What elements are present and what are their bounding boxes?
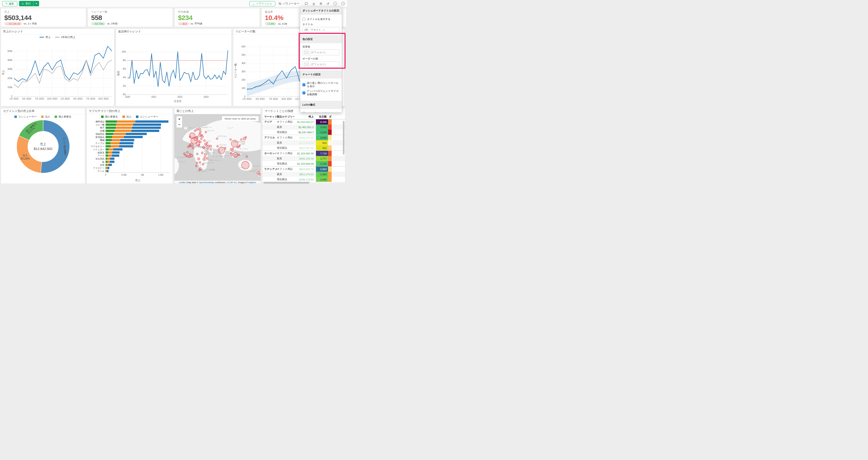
table-row[interactable]: 家具$890,106.561,777 bbox=[262, 156, 345, 161]
sales-trend-chart[interactable]: 0100k200k300k400k500k1月 20224月 20227月 20… bbox=[1, 39, 114, 106]
table-row[interactable]: アフリカオフィス用品$266,755.533,045 bbox=[262, 135, 345, 140]
map-bubble[interactable] bbox=[204, 153, 207, 155]
legend-item[interactable]: 1年前の売上 bbox=[55, 35, 75, 39]
map-bubble[interactable] bbox=[199, 131, 201, 132]
title-input[interactable] bbox=[303, 27, 340, 32]
info-icon[interactable]: i bbox=[334, 2, 337, 5]
return-trend-chart[interactable]: 0%2%4%6%8%10%2020202120222023返品注文日 bbox=[116, 35, 232, 106]
map-bubble[interactable] bbox=[209, 145, 212, 147]
osm-link[interactable]: OpenStreetMap bbox=[199, 181, 214, 184]
table-row[interactable]: 家具$811,970.622,382 bbox=[262, 172, 345, 177]
legend-item[interactable]: 個人事業主 bbox=[55, 115, 71, 118]
bg-color-input[interactable]: (デフォルト) bbox=[303, 50, 340, 55]
map-bubble[interactable] bbox=[202, 136, 204, 137]
map-bubble[interactable] bbox=[189, 153, 191, 155]
ccbysa-link[interactable]: CC-BY-SA bbox=[227, 181, 237, 184]
font-autosize-checkbox[interactable]: ✓ bbox=[303, 91, 305, 94]
map-bubble[interactable] bbox=[208, 145, 209, 147]
table-row[interactable]: 家具$1,461,551.32,923 bbox=[262, 124, 345, 130]
download-icon[interactable] bbox=[312, 2, 315, 5]
map-bubble[interactable] bbox=[186, 151, 188, 153]
map-bubble[interactable] bbox=[206, 145, 207, 146]
map-bubble[interactable] bbox=[196, 128, 198, 130]
map-bubble[interactable] bbox=[198, 144, 200, 147]
table-row[interactable]: 電化製品$322,367.04911 bbox=[262, 145, 345, 151]
mapbox-link[interactable]: Mapbox bbox=[249, 181, 256, 184]
run-dropdown-caret[interactable]: ▼ bbox=[33, 1, 39, 6]
segment-donut-chart[interactable]: コンシューマー51.48%法人30.25%個人事業主18.27%売上$12,64… bbox=[1, 119, 85, 184]
map-bubble[interactable] bbox=[195, 165, 197, 167]
map-bubble[interactable] bbox=[198, 169, 200, 171]
map-bubble[interactable] bbox=[197, 158, 200, 160]
table-row[interactable]: 家具$194,650.64631 bbox=[262, 140, 345, 145]
map-bubble[interactable] bbox=[257, 172, 259, 174]
map-bubble[interactable] bbox=[194, 130, 196, 132]
legend-item[interactable]: 売上 bbox=[39, 35, 51, 39]
font-autosize-checkbox-row[interactable]: ✓ ナンバーのフォントサイズ自動調整 bbox=[303, 89, 340, 96]
subcategory-bars-chart[interactable]: 00.5M1M1.5M携帯電話コピー機椅子本棚収納用品家電製品機械テーブルアクセ… bbox=[87, 119, 173, 184]
show-title-checkbox-row[interactable]: タイトルを表示する bbox=[303, 18, 340, 21]
map-bubble[interactable] bbox=[199, 132, 200, 134]
table-vertical-scrollbar[interactable] bbox=[343, 121, 344, 155]
map-bubble[interactable] bbox=[192, 147, 194, 149]
table-row[interactable]: 電化製品$788,713.822,050 bbox=[262, 177, 345, 182]
map-bubble[interactable] bbox=[205, 131, 207, 133]
map-bubble[interactable] bbox=[231, 153, 233, 155]
map-bubble[interactable] bbox=[238, 154, 240, 156]
border-color-input[interactable]: (デフォルト) bbox=[303, 61, 340, 67]
repeat-controls-checkbox-row[interactable]: ✓ 繰り返し用のコントロールを表示 bbox=[303, 81, 340, 88]
map-bubble[interactable] bbox=[216, 138, 218, 140]
table-horizontal-scrollbar[interactable] bbox=[264, 182, 309, 184]
kpi-card-repeaters[interactable]: リピーター数 558 ↑ 53.72%vs. 1年前 bbox=[88, 8, 173, 27]
map-bubble[interactable] bbox=[189, 145, 191, 147]
map-bubble[interactable] bbox=[242, 161, 249, 169]
world-map[interactable]: アイスランドノルウェースウェーデンフィンランドロシアモスクワカザフスタントルコモ… bbox=[174, 114, 261, 184]
kpi-card-sales[interactable]: 売上 $503,144 ↓ -52,135.33vs. 1ヶ月前 bbox=[1, 8, 86, 27]
map-bubble[interactable] bbox=[246, 156, 248, 157]
publish-button[interactable]: ↑ パブリッシュ bbox=[249, 1, 275, 6]
map-bubble[interactable] bbox=[189, 136, 191, 138]
map-bubble[interactable] bbox=[183, 153, 185, 155]
map-bubble[interactable] bbox=[231, 150, 233, 152]
map-bubble[interactable] bbox=[217, 145, 218, 147]
map-bubble[interactable] bbox=[207, 148, 209, 149]
map-bubble[interactable] bbox=[196, 136, 198, 139]
gear-icon[interactable]: ⚙ bbox=[319, 2, 322, 5]
legend-item[interactable]: 法人 bbox=[41, 115, 50, 118]
map-bubble[interactable] bbox=[241, 139, 242, 141]
map-bubble[interactable] bbox=[199, 161, 201, 163]
help-icon[interactable]: ? bbox=[341, 2, 345, 5]
parameters-button[interactable]: パラメーター bbox=[278, 2, 299, 6]
table-row[interactable]: ヨーロッパオフィス用品$1,163,660.587,718 bbox=[262, 151, 345, 156]
repeat-controls-checkbox[interactable]: ✓ bbox=[303, 83, 305, 86]
map-bubble[interactable] bbox=[201, 152, 203, 154]
col-sales[interactable]: 売上 bbox=[294, 114, 316, 119]
map-bubble[interactable] bbox=[200, 138, 202, 140]
map-bubble[interactable] bbox=[245, 136, 247, 138]
table-row[interactable]: アジアオフィス用品$1,043,652.278,345 bbox=[262, 119, 345, 124]
map-bubble[interactable] bbox=[231, 140, 238, 147]
map-canvas[interactable]: アイスランドノルウェースウェーデンフィンランドロシアモスクワカザフスタントルコモ… bbox=[174, 114, 261, 184]
map-bubble[interactable] bbox=[210, 149, 212, 150]
map-bubble[interactable] bbox=[196, 162, 198, 164]
legend-item[interactable]: 法人 bbox=[122, 115, 131, 118]
map-bubble[interactable] bbox=[187, 146, 189, 148]
map-bubble[interactable] bbox=[198, 140, 200, 142]
map-bubble[interactable] bbox=[259, 174, 261, 176]
map-bubble[interactable] bbox=[201, 134, 203, 135]
map-bubble[interactable] bbox=[239, 145, 241, 146]
map-bubble[interactable] bbox=[224, 147, 226, 149]
map-bubble[interactable] bbox=[196, 153, 198, 155]
map-bubble[interactable] bbox=[232, 148, 234, 149]
show-title-checkbox[interactable] bbox=[303, 18, 305, 21]
kpi-card-avg-price[interactable]: 平均単価 $234 ↓ -$13vs. 平均値 bbox=[174, 8, 260, 27]
table-row[interactable]: 電化製品$1,233,569.092,234 bbox=[262, 161, 345, 166]
legend-item[interactable]: 個人事業主 bbox=[101, 115, 118, 118]
map-bubble[interactable] bbox=[233, 152, 238, 157]
comment-icon[interactable] bbox=[305, 2, 308, 5]
map-bubble[interactable] bbox=[230, 139, 231, 141]
map-bubble[interactable] bbox=[203, 158, 205, 160]
map-bubble[interactable] bbox=[206, 157, 208, 159]
leaflet-link[interactable]: Leaflet bbox=[179, 181, 185, 184]
map-bubble[interactable] bbox=[204, 156, 206, 158]
